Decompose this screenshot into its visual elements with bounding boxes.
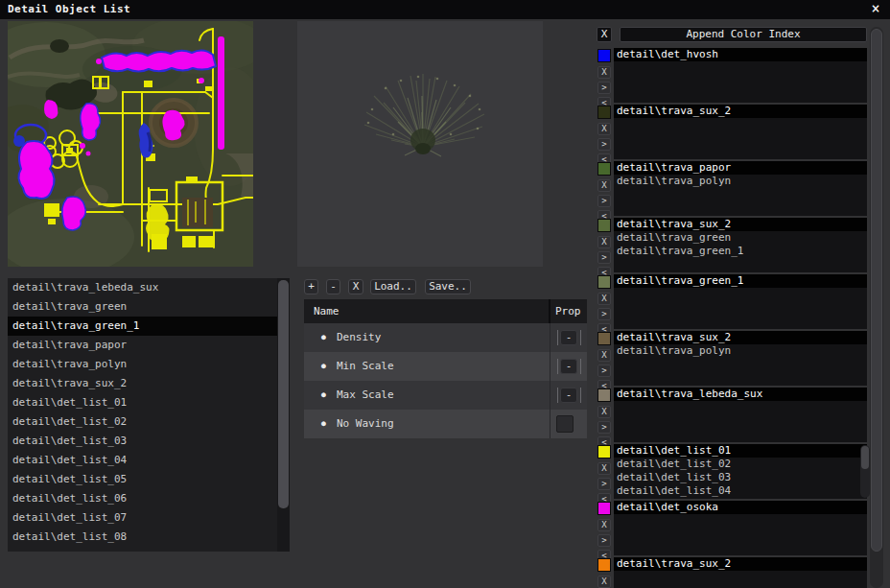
- prop-label: No Waving: [337, 410, 394, 438]
- list-item[interactable]: detail\trava_green_1: [8, 317, 290, 336]
- group-remove-button[interactable]: X: [597, 293, 611, 305]
- group-remove-button[interactable]: X: [597, 519, 611, 531]
- plant-preview-image: [297, 21, 543, 267]
- field-edge: [580, 359, 581, 374]
- color-swatch[interactable]: [597, 49, 611, 62]
- group-list-item[interactable]: detail\det_list_04: [614, 484, 867, 498]
- no-waving-checkbox[interactable]: [556, 415, 574, 433]
- list-item[interactable]: detail\trava_green: [8, 297, 290, 317]
- color-index-scrollbar[interactable]: [870, 27, 883, 588]
- group-remove-button[interactable]: X: [597, 349, 611, 362]
- column-header-prop: Prop: [555, 299, 581, 323]
- group-next-button[interactable]: >: [597, 478, 611, 490]
- color-swatch[interactable]: [597, 558, 611, 572]
- group-list-item[interactable]: detail\trava_green: [614, 231, 867, 245]
- group-list-item[interactable]: detail\trava_sux_2: [614, 218, 867, 231]
- color-group: X><detail\trava_green_1: [593, 274, 871, 330]
- color-group: X><detail\trava_papordetail\trava_polyn: [593, 161, 871, 217]
- color-group: X><detail\det_osoka: [593, 501, 871, 556]
- group-list-scrollbar-thumb[interactable]: [861, 446, 869, 469]
- density-minus-button[interactable]: -: [560, 330, 577, 345]
- list-item[interactable]: detail\det_list_04: [8, 451, 290, 470]
- remove-button[interactable]: -: [326, 279, 340, 294]
- group-item-list: detail\trava_sux_2detail\trava_greendeta…: [614, 218, 867, 272]
- group-next-button[interactable]: >: [597, 534, 611, 547]
- color-swatch[interactable]: [597, 502, 611, 515]
- group-item-list: detail\det_list_01detail\det_list_02deta…: [614, 444, 867, 499]
- prop-label: Density: [337, 323, 381, 352]
- detail-list-scrollbar[interactable]: [277, 278, 290, 552]
- bullet-icon: ●: [321, 410, 326, 438]
- clear-button[interactable]: X: [348, 279, 363, 294]
- color-swatch[interactable]: [597, 106, 611, 119]
- color-swatch[interactable]: [597, 388, 611, 402]
- group-remove-button[interactable]: X: [597, 576, 611, 588]
- list-item[interactable]: detail\det_list_01: [8, 393, 290, 412]
- list-item[interactable]: detail\det_list_06: [8, 489, 290, 508]
- table-row[interactable]: ● No Waving: [304, 410, 587, 438]
- group-next-button[interactable]: >: [597, 365, 611, 377]
- color-swatch[interactable]: [597, 162, 611, 176]
- group-item-list: detail\trava_green_1: [614, 274, 867, 329]
- color-swatch[interactable]: [597, 332, 611, 345]
- group-next-button[interactable]: >: [597, 421, 611, 434]
- group-list-item[interactable]: detail\trava_polyn: [614, 175, 867, 188]
- color-swatch[interactable]: [597, 445, 611, 459]
- group-item-list: detail\det_osoka: [614, 501, 867, 555]
- group-list-item[interactable]: detail\trava_green_1: [614, 274, 867, 288]
- group-remove-button[interactable]: X: [597, 179, 611, 192]
- list-item[interactable]: detail\det_osoka: [8, 547, 290, 552]
- group-next-button[interactable]: >: [597, 195, 611, 207]
- group-remove-button[interactable]: X: [597, 236, 611, 248]
- group-list-item[interactable]: detail\trava_lebeda_sux: [614, 388, 867, 401]
- table-row[interactable]: ● Min Scale -: [304, 352, 587, 381]
- group-remove-button[interactable]: X: [597, 66, 611, 79]
- group-list-item[interactable]: detail\det_list_03: [614, 471, 867, 484]
- list-item[interactable]: detail\det_list_02: [8, 412, 290, 432]
- group-remove-button[interactable]: X: [597, 462, 611, 475]
- window-title: Detail Object List: [8, 0, 130, 19]
- load-button[interactable]: Load..: [370, 279, 416, 294]
- list-item[interactable]: detail\trava_papor: [8, 336, 290, 355]
- group-list-item[interactable]: detail\det_osoka: [614, 501, 867, 514]
- save-button[interactable]: Save..: [425, 279, 471, 294]
- color-swatch[interactable]: [597, 219, 611, 232]
- color-swatch[interactable]: [597, 275, 611, 289]
- table-row[interactable]: ● Max Scale -: [304, 381, 587, 410]
- field-edge: [557, 388, 558, 403]
- group-list-item[interactable]: detail\trava_papor: [614, 161, 867, 175]
- group-list-item[interactable]: detail\trava_green_1: [614, 245, 867, 258]
- max-scale-minus-button[interactable]: -: [560, 388, 577, 403]
- add-button[interactable]: +: [304, 279, 318, 294]
- list-item[interactable]: detail\trava_lebeda_sux: [8, 278, 290, 297]
- list-item[interactable]: detail\det_list_08: [8, 528, 290, 547]
- group-remove-button[interactable]: X: [597, 123, 611, 135]
- group-list-item[interactable]: detail\trava_sux_2: [614, 105, 867, 118]
- group-next-button[interactable]: >: [597, 82, 611, 94]
- list-item[interactable]: detail\trava_polyn: [8, 355, 290, 374]
- group-next-button[interactable]: >: [597, 251, 611, 264]
- color-index-scrollbar-thumb[interactable]: [871, 29, 882, 552]
- group-list-item[interactable]: detail\trava_polyn: [614, 344, 867, 358]
- table-row[interactable]: ● Density -: [304, 323, 587, 352]
- field-edge: [580, 388, 581, 403]
- group-item-list: detail\trava_papordetail\trava_polyn: [614, 161, 867, 216]
- list-item[interactable]: detail\det_list_03: [8, 432, 290, 451]
- group-remove-button[interactable]: X: [597, 406, 611, 418]
- group-list-item[interactable]: detail\det_list_01: [614, 444, 867, 458]
- detail-list-scrollbar-thumb[interactable]: [278, 280, 289, 508]
- list-item[interactable]: detail\det_list_05: [8, 470, 290, 489]
- group-next-button[interactable]: >: [597, 138, 611, 151]
- list-item[interactable]: detail\trava_sux_2: [8, 374, 290, 393]
- list-item[interactable]: detail\det_list_07: [8, 508, 290, 528]
- group-list-item[interactable]: detail\trava_sux_2: [614, 557, 867, 571]
- group-list-item[interactable]: detail\det_hvosh: [614, 48, 867, 61]
- map-overview: [8, 21, 253, 267]
- group-next-button[interactable]: >: [597, 308, 611, 320]
- color-index-groups: X><detail\det_hvoshX><detail\trava_sux_2…: [593, 0, 871, 588]
- min-scale-minus-button[interactable]: -: [560, 359, 577, 374]
- group-list-item[interactable]: detail\det_list_02: [614, 458, 867, 471]
- bullet-icon: ●: [321, 381, 326, 410]
- group-list-scrollbar[interactable]: [860, 445, 870, 498]
- group-list-item[interactable]: detail\trava_sux_2: [614, 331, 867, 344]
